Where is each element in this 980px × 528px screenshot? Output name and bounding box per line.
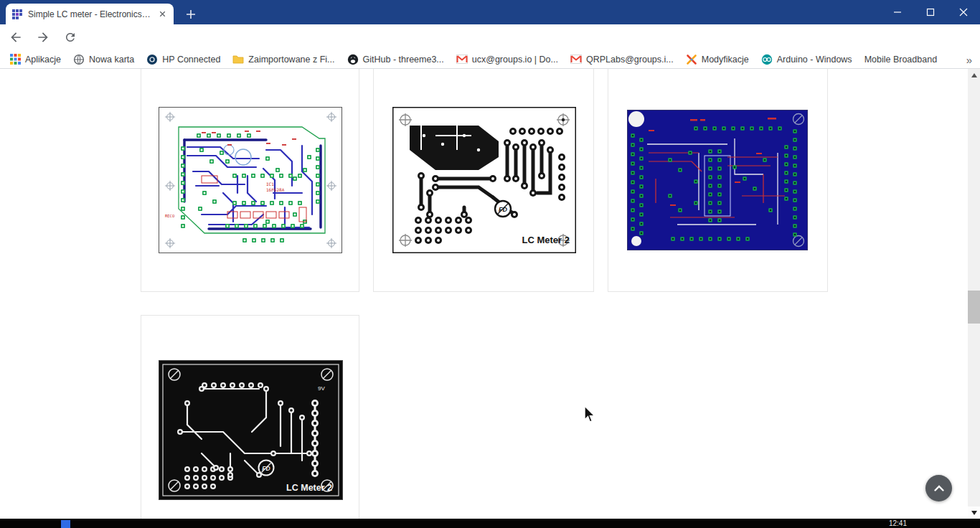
gmail-icon [570, 55, 582, 64]
tab-favicon [11, 9, 23, 20]
fd-logo-text: FD [499, 206, 507, 213]
windows-taskbar: 12:41 [0, 519, 980, 528]
minimize-button[interactable] [881, 0, 914, 24]
bookmark-hp-connected[interactable]: HP Connected [146, 54, 220, 65]
bookmark-arduino[interactable]: Arduino - Windows [761, 54, 852, 65]
pcb-image-top-layout-color[interactable]: IC1 16F628A RECO [159, 107, 342, 253]
browser-tab[interactable]: Simple LC meter - Electronics-Lab [6, 4, 174, 24]
bookmark-nowa-karta[interactable]: Nowa karta [73, 54, 134, 65]
gallery-card-4: 9V FD LC Meter 2 [141, 315, 359, 519]
silk-ic-label: 16F628A [266, 187, 285, 192]
globe-icon [73, 54, 85, 65]
silk-reco-label: RECO [165, 214, 174, 218]
bookmark-label: QRPLabs@groups.i... [586, 55, 674, 65]
chevron-up-icon [932, 481, 946, 496]
toolbar: electronics-lab.com/project/simple-lc-me… [0, 24, 980, 50]
scrollbar-down-arrow[interactable] [968, 506, 980, 519]
apps-grid-icon [10, 54, 21, 65]
bookmark-modyfikacje[interactable]: Modyfikacje [686, 54, 749, 65]
taskbar-app-icon[interactable] [61, 520, 70, 528]
browser-window: Simple LC meter - Electronics-Lab [0, 0, 980, 528]
forward-button[interactable] [32, 26, 55, 49]
window-controls [881, 0, 980, 24]
github-icon [347, 54, 359, 65]
bookmark-github[interactable]: GitHub - threeme3... [347, 54, 444, 65]
back-button[interactable] [4, 26, 27, 49]
gallery-card-1: IC1 16F628A RECO [141, 69, 359, 292]
silk-9v-label: 9V [318, 385, 325, 392]
gallery-card-3 [608, 69, 828, 292]
bookmark-label: Arduino - Windows [777, 55, 852, 65]
pcb-title-text: LC Meter 2 [522, 235, 570, 245]
arduino-icon [761, 54, 773, 65]
scroll-to-top-button[interactable] [925, 475, 952, 501]
fd-logo: FD [495, 201, 511, 217]
hp-circle-icon [146, 54, 158, 65]
bookmark-label: GitHub - threeme3... [363, 55, 444, 65]
bookmarks-bar: Aplikacje Nowa karta HP Connected Zaimpo… [0, 50, 980, 69]
tab-close-icon[interactable] [157, 9, 168, 19]
gallery-card-2: FD LC Meter 2 [373, 69, 594, 292]
bookmark-imported-folder[interactable]: Zaimportowane z Fi... [232, 54, 334, 65]
tab-title: Simple LC meter - Electronics-Lab [28, 9, 153, 19]
bookmark-label: Aplikacje [25, 55, 61, 65]
gmail-icon [456, 55, 468, 64]
joomla-x-icon [686, 54, 697, 65]
maximize-button[interactable] [914, 0, 947, 24]
mouse-cursor [584, 405, 597, 427]
vertical-scrollbar[interactable] [968, 69, 980, 519]
bookmark-qrplabs-groups[interactable]: QRPLabs@groups.i... [570, 55, 674, 65]
scrollbar-up-arrow[interactable] [968, 69, 980, 81]
bookmark-label: Modyfikacje [702, 55, 749, 65]
bookmark-label: ucx@groups.io | Do... [472, 55, 558, 65]
reload-button[interactable] [59, 26, 82, 49]
pcb-image-blue-layout[interactable] [627, 110, 808, 250]
pcb-image-copper-inverted[interactable]: 9V FD LC Meter 2 [159, 360, 343, 500]
pcb-title-text: LC Meter 2 [286, 483, 332, 493]
scrollbar-thumb[interactable] [968, 291, 980, 324]
close-button[interactable] [947, 0, 980, 24]
fd-logo-text: FD [262, 465, 270, 472]
bookmark-label: Mobile Broadband [864, 55, 937, 65]
bookmarks-overflow-chevron[interactable]: » [958, 51, 980, 68]
folder-icon [232, 54, 244, 65]
taskbar-clock[interactable]: 12:41 [889, 519, 907, 528]
bookmark-apps[interactable]: Aplikacje [10, 54, 61, 65]
bookmark-label: Zaimportowane z Fi... [248, 55, 334, 65]
pcb-image-copper-bw[interactable]: FD LC Meter 2 [392, 107, 576, 253]
bookmark-label: Nowa karta [89, 55, 134, 65]
bookmark-ucx-groups[interactable]: ucx@groups.io | Do... [456, 55, 558, 65]
page-content: IC1 16F628A RECO [0, 69, 968, 519]
silk-ic-ref: IC1 [266, 182, 274, 187]
new-tab-button[interactable] [182, 6, 199, 23]
bookmark-mobile-broadband[interactable]: Mobile Broadband [864, 55, 937, 65]
bookmark-label: HP Connected [162, 55, 220, 65]
titlebar: Simple LC meter - Electronics-Lab [0, 0, 980, 24]
